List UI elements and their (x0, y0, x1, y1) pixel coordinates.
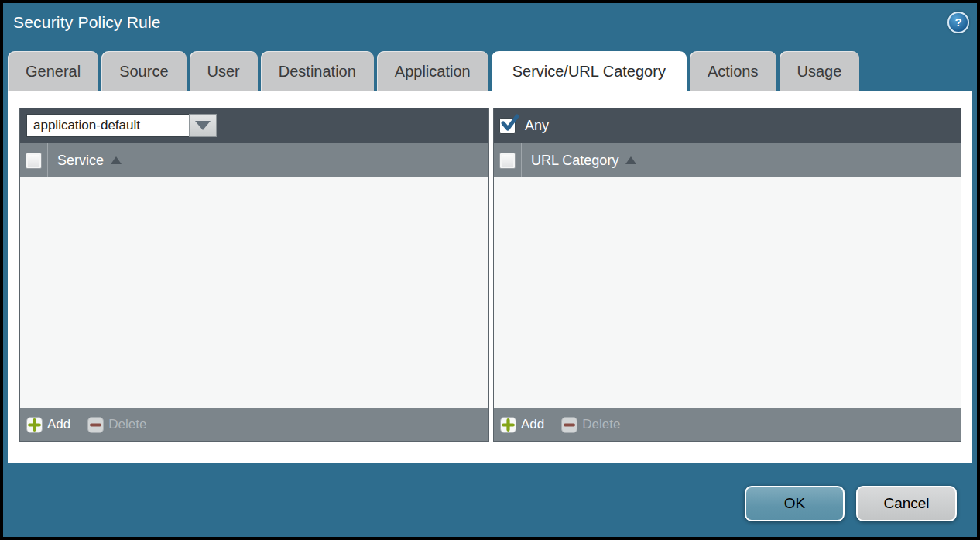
delete-label: Delete (582, 417, 620, 432)
service-panel: Service Add Delete (19, 108, 489, 442)
chevron-down-icon (195, 121, 211, 130)
any-label: Any (525, 118, 549, 134)
tab-bar: General Source User Destination Applicat… (8, 51, 859, 91)
tab-destination[interactable]: Destination (261, 51, 374, 91)
service-type-combo (26, 114, 217, 137)
service-delete-button[interactable]: Delete (87, 417, 146, 433)
help-icon[interactable]: ? (947, 12, 969, 33)
url-category-delete-button[interactable]: Delete (561, 417, 620, 433)
url-category-panel-footer: Add Delete (494, 408, 961, 441)
sort-ascending-icon (111, 156, 122, 164)
url-category-column-header[interactable]: URL Category (531, 153, 636, 169)
service-add-button[interactable]: Add (26, 417, 70, 433)
delete-icon (87, 417, 104, 433)
add-label: Add (521, 417, 544, 432)
add-label: Add (47, 417, 70, 432)
url-category-column-label: URL Category (531, 153, 618, 169)
column-divider (521, 143, 522, 177)
tab-actions[interactable]: Actions (690, 51, 776, 91)
service-type-input[interactable] (26, 114, 189, 137)
tab-user[interactable]: User (190, 51, 258, 91)
url-category-select-all-checkbox[interactable] (499, 153, 516, 169)
service-type-dropdown-button[interactable] (189, 114, 217, 137)
add-icon (500, 417, 516, 433)
checkmark-icon (501, 115, 523, 136)
tab-usage[interactable]: Usage (780, 51, 860, 91)
dialog-title: Security Policy Rule (13, 13, 161, 32)
tab-service-url-category[interactable]: Service/URL Category (492, 51, 687, 91)
add-icon (26, 417, 43, 433)
url-category-panel: Any URL Category Add Delete (493, 108, 961, 442)
url-category-add-button[interactable]: Add (500, 417, 544, 433)
column-divider (47, 143, 48, 177)
service-panel-footer: Add Delete (20, 408, 488, 441)
service-select-all-checkbox[interactable] (26, 153, 42, 169)
tab-source[interactable]: Source (101, 51, 186, 91)
url-category-list[interactable] (494, 177, 961, 408)
tab-application[interactable]: Application (377, 51, 488, 91)
tab-general[interactable]: General (8, 51, 98, 91)
sort-ascending-icon (625, 156, 636, 164)
any-checkbox[interactable] (499, 118, 516, 134)
cancel-button[interactable]: Cancel (856, 486, 957, 521)
url-category-column-header-row: URL Category (494, 143, 961, 177)
service-column-header-row: Service (20, 143, 488, 177)
delete-label: Delete (108, 417, 146, 432)
ok-button[interactable]: OK (745, 486, 845, 521)
delete-icon (561, 417, 577, 433)
service-column-label: Service (57, 153, 104, 169)
service-panel-topbar (20, 108, 488, 143)
service-column-header[interactable]: Service (57, 153, 122, 169)
service-list[interactable] (20, 177, 488, 408)
url-category-panel-topbar: Any (494, 108, 961, 143)
